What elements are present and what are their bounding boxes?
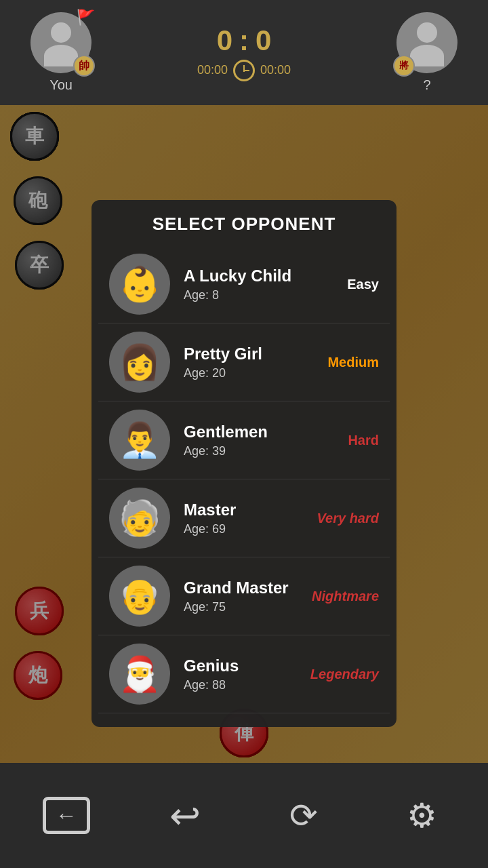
opponent-age-5: Age: 88 (184, 678, 304, 692)
opponent-difficulty-2: Hard (304, 433, 379, 448)
refresh-icon: ⟳ (289, 796, 318, 835)
opponent-info-0: A Lucky Child Age: 8 (170, 267, 304, 302)
undo-button[interactable]: ↩ (151, 782, 219, 850)
score-display: 0 : 0 (217, 24, 272, 57)
score-section: 0 : 0 00:00 00:00 (197, 24, 291, 81)
opponent-age-1: Age: 20 (184, 366, 304, 380)
opponent-row-0[interactable]: 👶 A Lucky Child Age: 8 Easy (98, 245, 390, 323)
opponent-name-0: A Lucky Child (184, 267, 304, 285)
opponent-piece-badge: 將 (393, 55, 415, 77)
opponent-info-2: Gentlemen Age: 39 (170, 422, 304, 458)
opponent-age-0: Age: 8 (184, 288, 304, 302)
opponent-age-4: Age: 75 (184, 600, 304, 614)
opponent-avatar-container: 將 (396, 12, 458, 73)
opponent-difficulty-5: Legendary (304, 667, 379, 682)
opponent-section: 將 ? (380, 12, 474, 93)
settings-button[interactable]: ⚙ (388, 782, 456, 850)
opponent-info-3: Master Age: 69 (170, 500, 304, 536)
opponent-age-3: Age: 69 (184, 522, 304, 536)
player-piece-badge: 帥 (73, 55, 95, 77)
opponent-info-1: Pretty Girl Age: 20 (170, 344, 304, 380)
game-board: 車 馬 馬 車 砲 砲 卒 卒 兵 兵 炮 炮 俥 傌 相 仕 帥 仕 相 傌 … (0, 105, 488, 763)
opponent-avatar-5: 🎅 (109, 644, 170, 705)
opponent-difficulty-1: Medium (304, 355, 379, 370)
modal-title: SELECT OPPONENT (98, 214, 390, 235)
opponent-name-2: Gentlemen (184, 422, 304, 441)
opponent-row-5[interactable]: 🎅 Genius Age: 88 Legendary (98, 635, 390, 713)
settings-icon: ⚙ (407, 796, 437, 835)
opponents-list: 👶 A Lucky Child Age: 8 Easy 👩 Pretty Gir… (98, 245, 390, 713)
time-left: 00:00 (197, 63, 228, 77)
opponent-name-4: Grand Master (184, 578, 304, 597)
game-header: 🚩 帥 You 0 : 0 00:00 00:00 將 ? (0, 0, 488, 105)
score-colon: : (239, 24, 249, 57)
opponent-info-4: Grand Master Age: 75 (170, 578, 304, 614)
opponent-row-2[interactable]: 👨‍💼 Gentlemen Age: 39 Hard (98, 401, 390, 479)
opponent-difficulty-0: Easy (304, 277, 379, 292)
back-arrow-icon: ← (43, 797, 90, 834)
opponent-name-label: ? (423, 77, 430, 93)
player-name-label: You (49, 77, 73, 93)
clock-icon (233, 60, 255, 81)
opponent-difficulty-3: Very hard (304, 511, 379, 526)
back-button[interactable]: ← (33, 782, 100, 850)
opponent-age-2: Age: 39 (184, 444, 304, 458)
opponent-row-1[interactable]: 👩 Pretty Girl Age: 20 Medium (98, 323, 390, 401)
opponent-info-5: Genius Age: 88 (170, 656, 304, 692)
player-avatar-container: 🚩 帥 (30, 12, 92, 73)
opponent-name-5: Genius (184, 656, 304, 675)
undo-icon: ↩ (169, 794, 201, 837)
opponent-avatar-2: 👨‍💼 (109, 410, 170, 471)
score-left: 0 (217, 24, 232, 57)
opponent-name-3: Master (184, 500, 304, 519)
score-right: 0 (256, 24, 271, 57)
select-opponent-modal: SELECT OPPONENT 👶 A Lucky Child Age: 8 E… (92, 200, 396, 727)
refresh-button[interactable]: ⟳ (270, 782, 338, 850)
player-flag-icon: 🚩 (77, 9, 95, 26)
opponent-name-1: Pretty Girl (184, 344, 304, 363)
bottom-toolbar: ← ↩ ⟳ ⚙ (0, 763, 488, 868)
player-section: 🚩 帥 You (14, 12, 108, 93)
opponent-avatar-0: 👶 (109, 254, 170, 315)
opponent-row-4[interactable]: 👴 Grand Master Age: 75 Nightmare (98, 557, 390, 635)
opponent-difficulty-4: Nightmare (304, 589, 379, 604)
opponent-avatar-3: 🧓 (109, 488, 170, 549)
time-right: 00:00 (260, 63, 291, 77)
opponent-avatar-4: 👴 (109, 566, 170, 627)
opponent-avatar-1: 👩 (109, 332, 170, 393)
opponent-row-3[interactable]: 🧓 Master Age: 69 Very hard (98, 479, 390, 557)
modal-overlay: SELECT OPPONENT 👶 A Lucky Child Age: 8 E… (0, 105, 488, 763)
time-section: 00:00 00:00 (197, 60, 291, 81)
